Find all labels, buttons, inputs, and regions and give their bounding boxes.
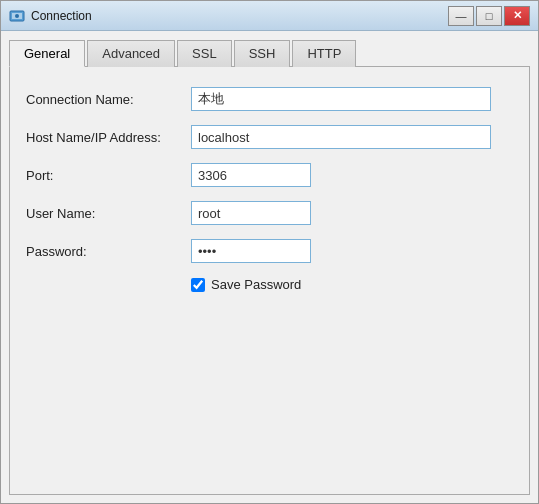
title-buttons: — □ ✕	[448, 6, 530, 26]
port-label: Port:	[26, 168, 191, 183]
host-input[interactable]	[191, 125, 491, 149]
username-label: User Name:	[26, 206, 191, 221]
spacer	[26, 306, 513, 474]
tab-general[interactable]: General	[9, 40, 85, 67]
save-password-checkbox[interactable]	[191, 278, 205, 292]
connection-name-label: Connection Name:	[26, 92, 191, 107]
password-row: Password:	[26, 239, 513, 263]
connection-window: Connection — □ ✕ General Advanced SSL SS…	[0, 0, 539, 504]
tab-ssh[interactable]: SSH	[234, 40, 291, 67]
save-password-label: Save Password	[211, 277, 301, 292]
password-input[interactable]	[191, 239, 311, 263]
port-row: Port:	[26, 163, 513, 187]
tab-bar: General Advanced SSL SSH HTTP	[9, 39, 530, 67]
svg-point-2	[15, 14, 19, 18]
port-input[interactable]	[191, 163, 311, 187]
username-row: User Name:	[26, 201, 513, 225]
title-bar: Connection — □ ✕	[1, 1, 538, 31]
window-content: General Advanced SSL SSH HTTP Connection…	[1, 31, 538, 503]
window-title: Connection	[31, 9, 448, 23]
save-password-row: Save Password	[191, 277, 513, 292]
password-label: Password:	[26, 244, 191, 259]
tab-ssl[interactable]: SSL	[177, 40, 232, 67]
host-row: Host Name/IP Address:	[26, 125, 513, 149]
connection-name-input[interactable]	[191, 87, 491, 111]
maximize-button[interactable]: □	[476, 6, 502, 26]
minimize-button[interactable]: —	[448, 6, 474, 26]
close-button[interactable]: ✕	[504, 6, 530, 26]
connection-name-row: Connection Name:	[26, 87, 513, 111]
window-icon	[9, 8, 25, 24]
tab-content-general: Connection Name: Host Name/IP Address: P…	[9, 67, 530, 495]
username-input[interactable]	[191, 201, 311, 225]
host-label: Host Name/IP Address:	[26, 130, 191, 145]
tab-advanced[interactable]: Advanced	[87, 40, 175, 67]
tab-http[interactable]: HTTP	[292, 40, 356, 67]
